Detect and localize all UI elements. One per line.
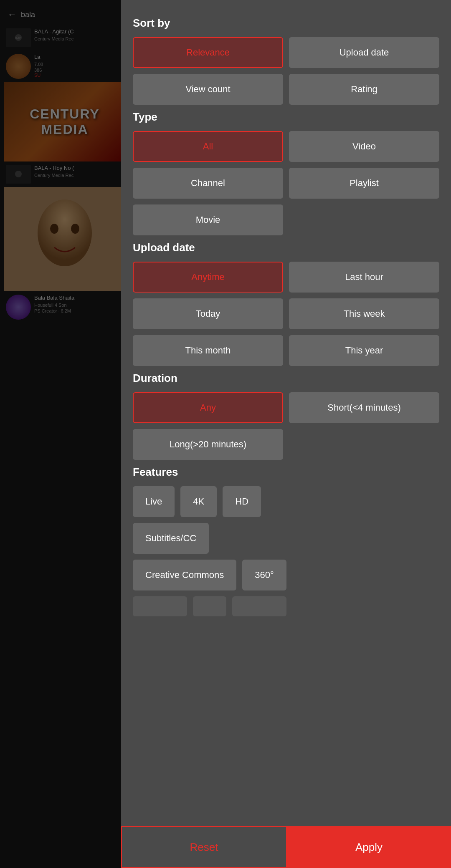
sort-by-title: Sort by [133, 17, 439, 30]
feature-live-button[interactable]: Live [133, 486, 175, 517]
duration-row-1: Any Short(<4 minutes) [133, 392, 439, 423]
features-row-4 [133, 596, 439, 616]
duration-short-button[interactable]: Short(<4 minutes) [289, 392, 439, 423]
features-title: Features [133, 466, 439, 479]
duration-long-button[interactable]: Long(>20 minutes) [133, 429, 283, 460]
apply-button[interactable]: Apply [287, 826, 451, 868]
type-row-2: Channel Playlist [133, 168, 439, 199]
feature-creative-commons-button[interactable]: Creative Commons [133, 560, 236, 590]
upload-this-month-button[interactable]: This month [133, 335, 283, 366]
type-all-button[interactable]: All [133, 131, 283, 162]
duration-any-button[interactable]: Any [133, 392, 283, 423]
bottom-action-bar: Reset Apply [121, 826, 451, 868]
upload-date-row-3: This month This year [133, 335, 439, 366]
upload-date-row-2: Today This week [133, 298, 439, 329]
feature-extra2-button[interactable] [193, 596, 226, 616]
feature-extra1-button[interactable] [133, 596, 187, 616]
duration-row-2: Long(>20 minutes) [133, 429, 439, 460]
features-row-3: Creative Commons 360° [133, 560, 439, 590]
upload-anytime-button[interactable]: Anytime [133, 262, 283, 293]
upload-this-year-button[interactable]: This year [289, 335, 439, 366]
feature-extra3-button[interactable] [232, 596, 286, 616]
type-video-button[interactable]: Video [289, 131, 439, 162]
features-row-2: Subtitles/CC [133, 523, 439, 554]
type-channel-button[interactable]: Channel [133, 168, 283, 199]
sort-by-row-1: Relevance Upload date [133, 37, 439, 68]
type-playlist-button[interactable]: Playlist [289, 168, 439, 199]
type-title: Type [133, 111, 439, 124]
duration-title: Duration [133, 372, 439, 385]
feature-subtitles-button[interactable]: Subtitles/CC [133, 523, 209, 554]
sort-by-row-2: View count Rating [133, 74, 439, 105]
sort-relevance-button[interactable]: Relevance [133, 37, 283, 68]
upload-date-title: Upload date [133, 241, 439, 254]
sort-view-count-button[interactable]: View count [133, 74, 283, 105]
features-row-1: Live 4K HD [133, 486, 439, 517]
type-movie-button[interactable]: Movie [133, 204, 283, 235]
upload-this-week-button[interactable]: This week [289, 298, 439, 329]
type-row-3: Movie [133, 204, 439, 235]
type-row-1: All Video [133, 131, 439, 162]
filter-panel: Sort by Relevance Upload date View count… [121, 0, 451, 868]
feature-4k-button[interactable]: 4K [180, 486, 217, 517]
reset-button[interactable]: Reset [121, 826, 287, 868]
feature-360-button[interactable]: 360° [242, 560, 286, 590]
upload-date-row-1: Anytime Last hour [133, 262, 439, 293]
sort-upload-date-button[interactable]: Upload date [289, 37, 439, 68]
sort-rating-button[interactable]: Rating [289, 74, 439, 105]
upload-last-hour-button[interactable]: Last hour [289, 262, 439, 293]
upload-today-button[interactable]: Today [133, 298, 283, 329]
feature-hd-button[interactable]: HD [223, 486, 261, 517]
